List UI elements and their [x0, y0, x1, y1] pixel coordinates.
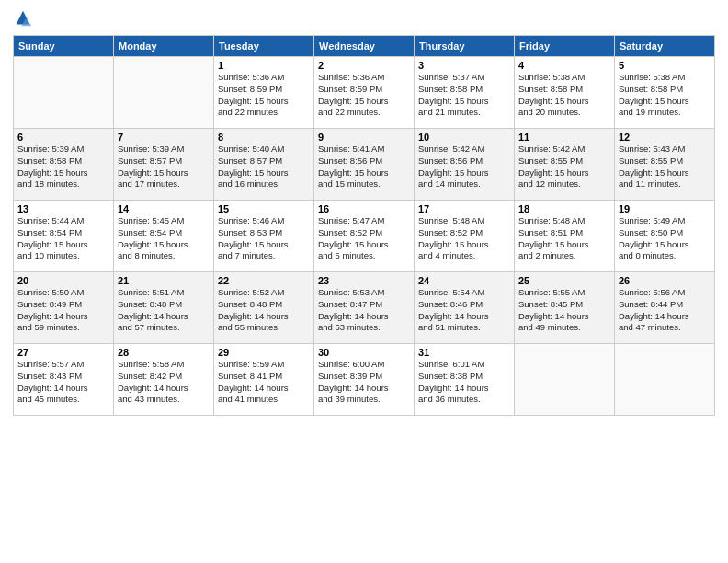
day-detail: Sunrise: 5:36 AM Sunset: 8:59 PM Dayligh… [318, 72, 410, 119]
day-number: 13 [17, 203, 109, 214]
day-detail: Sunrise: 5:54 AM Sunset: 8:46 PM Dayligh… [418, 287, 510, 334]
col-header-wednesday: Wednesday [314, 36, 415, 57]
calendar-cell: 25Sunrise: 5:55 AM Sunset: 8:45 PM Dayli… [515, 272, 615, 344]
day-detail: Sunrise: 5:41 AM Sunset: 8:56 PM Dayligh… [318, 144, 410, 190]
calendar-cell: 14Sunrise: 5:45 AM Sunset: 8:54 PM Dayli… [114, 201, 214, 272]
day-detail: Sunrise: 5:36 AM Sunset: 8:59 PM Dayligh… [218, 72, 310, 119]
col-header-sunday: Sunday [14, 36, 114, 57]
day-number: 4 [518, 60, 610, 71]
day-number: 7 [118, 132, 210, 143]
calendar-cell: 6Sunrise: 5:39 AM Sunset: 8:58 PM Daylig… [14, 129, 114, 201]
calendar-table: SundayMondayTuesdayWednesdayThursdayFrid… [13, 35, 715, 416]
day-number: 19 [619, 203, 711, 214]
calendar-cell: 28Sunrise: 5:58 AM Sunset: 8:42 PM Dayli… [114, 344, 214, 416]
day-number: 24 [418, 275, 510, 286]
header [13, 9, 715, 29]
day-detail: Sunrise: 5:39 AM Sunset: 8:58 PM Dayligh… [17, 144, 109, 190]
calendar-cell [14, 57, 114, 129]
col-header-friday: Friday [515, 36, 615, 57]
day-number: 10 [418, 132, 510, 143]
calendar-cell: 5Sunrise: 5:38 AM Sunset: 8:58 PM Daylig… [615, 57, 715, 129]
calendar-cell: 3Sunrise: 5:37 AM Sunset: 8:58 PM Daylig… [415, 57, 515, 129]
day-detail: Sunrise: 5:47 AM Sunset: 8:52 PM Dayligh… [318, 215, 410, 262]
logo-icon [13, 9, 33, 29]
calendar-cell: 8Sunrise: 5:40 AM Sunset: 8:57 PM Daylig… [214, 129, 314, 201]
day-number: 16 [318, 203, 410, 214]
calendar-header-row: SundayMondayTuesdayWednesdayThursdayFrid… [14, 36, 715, 57]
day-number: 15 [218, 203, 310, 214]
day-detail: Sunrise: 5:56 AM Sunset: 8:44 PM Dayligh… [619, 287, 711, 334]
day-number: 18 [518, 203, 610, 214]
day-detail: Sunrise: 5:43 AM Sunset: 8:55 PM Dayligh… [619, 144, 711, 190]
day-number: 14 [118, 203, 210, 214]
day-detail: Sunrise: 5:57 AM Sunset: 8:43 PM Dayligh… [17, 359, 109, 406]
day-number: 1 [218, 60, 310, 71]
calendar-week-row: 1Sunrise: 5:36 AM Sunset: 8:59 PM Daylig… [14, 57, 715, 129]
day-detail: Sunrise: 5:51 AM Sunset: 8:48 PM Dayligh… [118, 287, 210, 334]
day-detail: Sunrise: 5:58 AM Sunset: 8:42 PM Dayligh… [118, 359, 210, 406]
calendar-cell: 15Sunrise: 5:46 AM Sunset: 8:53 PM Dayli… [214, 201, 314, 272]
day-detail: Sunrise: 5:38 AM Sunset: 8:58 PM Dayligh… [619, 72, 711, 119]
day-detail: Sunrise: 5:48 AM Sunset: 8:51 PM Dayligh… [518, 215, 610, 262]
calendar-cell: 26Sunrise: 5:56 AM Sunset: 8:44 PM Dayli… [615, 272, 715, 344]
day-number: 6 [17, 132, 109, 143]
day-number: 9 [318, 132, 410, 143]
calendar-cell: 17Sunrise: 5:48 AM Sunset: 8:52 PM Dayli… [415, 201, 515, 272]
calendar-cell: 24Sunrise: 5:54 AM Sunset: 8:46 PM Dayli… [415, 272, 515, 344]
day-detail: Sunrise: 5:53 AM Sunset: 8:47 PM Dayligh… [318, 287, 410, 334]
calendar-cell: 21Sunrise: 5:51 AM Sunset: 8:48 PM Dayli… [114, 272, 214, 344]
day-number: 3 [418, 60, 510, 71]
day-detail: Sunrise: 5:49 AM Sunset: 8:50 PM Dayligh… [619, 215, 711, 262]
day-number: 26 [619, 275, 711, 286]
day-number: 27 [17, 347, 109, 358]
calendar-cell [114, 57, 214, 129]
day-detail: Sunrise: 5:37 AM Sunset: 8:58 PM Dayligh… [418, 72, 510, 119]
day-detail: Sunrise: 5:48 AM Sunset: 8:52 PM Dayligh… [418, 215, 510, 262]
day-number: 5 [619, 60, 711, 71]
day-detail: Sunrise: 5:45 AM Sunset: 8:54 PM Dayligh… [118, 215, 210, 262]
calendar-cell: 31Sunrise: 6:01 AM Sunset: 8:38 PM Dayli… [415, 344, 515, 416]
day-detail: Sunrise: 6:00 AM Sunset: 8:39 PM Dayligh… [318, 359, 410, 406]
calendar-cell [515, 344, 615, 416]
day-number: 22 [218, 275, 310, 286]
col-header-tuesday: Tuesday [214, 36, 314, 57]
calendar-cell: 1Sunrise: 5:36 AM Sunset: 8:59 PM Daylig… [214, 57, 314, 129]
calendar-cell: 2Sunrise: 5:36 AM Sunset: 8:59 PM Daylig… [314, 57, 415, 129]
calendar-cell: 22Sunrise: 5:52 AM Sunset: 8:48 PM Dayli… [214, 272, 314, 344]
day-number: 25 [518, 275, 610, 286]
day-number: 29 [218, 347, 310, 358]
day-detail: Sunrise: 5:38 AM Sunset: 8:58 PM Dayligh… [518, 72, 610, 119]
day-number: 20 [17, 275, 109, 286]
calendar-cell: 30Sunrise: 6:00 AM Sunset: 8:39 PM Dayli… [314, 344, 415, 416]
calendar-cell: 27Sunrise: 5:57 AM Sunset: 8:43 PM Dayli… [14, 344, 114, 416]
calendar-cell: 4Sunrise: 5:38 AM Sunset: 8:58 PM Daylig… [515, 57, 615, 129]
calendar-cell: 9Sunrise: 5:41 AM Sunset: 8:56 PM Daylig… [314, 129, 415, 201]
calendar-cell: 16Sunrise: 5:47 AM Sunset: 8:52 PM Dayli… [314, 201, 415, 272]
day-detail: Sunrise: 5:59 AM Sunset: 8:41 PM Dayligh… [218, 359, 310, 406]
day-number: 30 [318, 347, 410, 358]
day-number: 31 [418, 347, 510, 358]
day-number: 28 [118, 347, 210, 358]
calendar-cell: 10Sunrise: 5:42 AM Sunset: 8:56 PM Dayli… [415, 129, 515, 201]
calendar-cell: 29Sunrise: 5:59 AM Sunset: 8:41 PM Dayli… [214, 344, 314, 416]
calendar-cell: 19Sunrise: 5:49 AM Sunset: 8:50 PM Dayli… [615, 201, 715, 272]
col-header-monday: Monday [114, 36, 214, 57]
day-number: 11 [518, 132, 610, 143]
day-detail: Sunrise: 5:40 AM Sunset: 8:57 PM Dayligh… [218, 144, 310, 190]
calendar-cell: 12Sunrise: 5:43 AM Sunset: 8:55 PM Dayli… [615, 129, 715, 201]
calendar-week-row: 20Sunrise: 5:50 AM Sunset: 8:49 PM Dayli… [14, 272, 715, 344]
day-detail: Sunrise: 5:42 AM Sunset: 8:55 PM Dayligh… [518, 144, 610, 190]
logo [13, 9, 37, 29]
day-detail: Sunrise: 5:46 AM Sunset: 8:53 PM Dayligh… [218, 215, 310, 262]
col-header-thursday: Thursday [415, 36, 515, 57]
calendar-cell: 18Sunrise: 5:48 AM Sunset: 8:51 PM Dayli… [515, 201, 615, 272]
calendar-week-row: 13Sunrise: 5:44 AM Sunset: 8:54 PM Dayli… [14, 201, 715, 272]
day-number: 17 [418, 203, 510, 214]
day-detail: Sunrise: 6:01 AM Sunset: 8:38 PM Dayligh… [418, 359, 510, 406]
calendar-cell: 13Sunrise: 5:44 AM Sunset: 8:54 PM Dayli… [14, 201, 114, 272]
calendar-week-row: 6Sunrise: 5:39 AM Sunset: 8:58 PM Daylig… [14, 129, 715, 201]
page: SundayMondayTuesdayWednesdayThursdayFrid… [0, 0, 728, 563]
day-number: 12 [619, 132, 711, 143]
day-detail: Sunrise: 5:52 AM Sunset: 8:48 PM Dayligh… [218, 287, 310, 334]
calendar-cell: 20Sunrise: 5:50 AM Sunset: 8:49 PM Dayli… [14, 272, 114, 344]
